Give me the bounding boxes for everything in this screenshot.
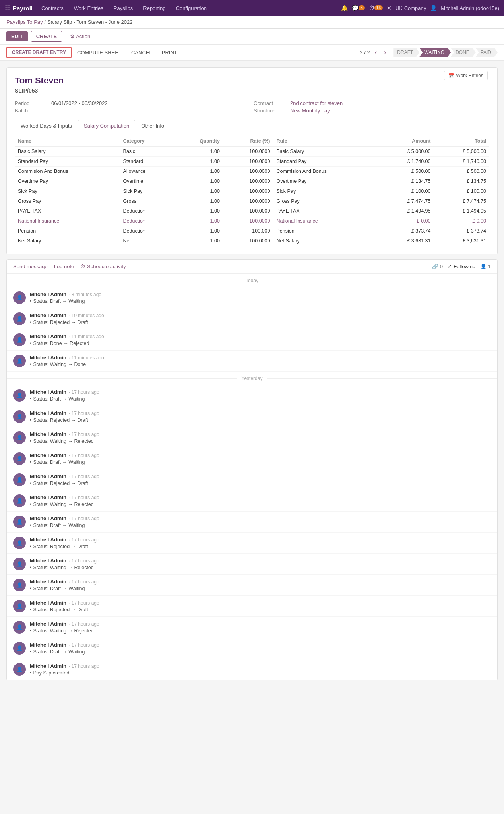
avatar: 👤 xyxy=(13,291,26,304)
status-step-waiting[interactable]: WAITING xyxy=(419,48,451,57)
nav-configuration[interactable]: Configuration xyxy=(174,5,208,11)
log-entry: 👤Mitchell Admin· 17 hours ago•Status: Re… xyxy=(7,533,497,554)
cell-name: Basic Salary xyxy=(15,147,120,157)
log-content: Mitchell Admin· 8 minutes ago•Status: Dr… xyxy=(30,291,491,304)
table-body: Basic SalaryBasic1.00100.0000Basic Salar… xyxy=(15,147,489,246)
next-record-button[interactable]: › xyxy=(382,48,388,57)
log-content: Mitchell Admin· 17 hours ago•Status: Wai… xyxy=(30,431,491,444)
cell-total: £ 134.75 xyxy=(434,176,490,186)
log-author: Mitchell Admin xyxy=(30,431,66,437)
app-brand: ☷ Payroll xyxy=(5,4,33,12)
avatar: 👤 xyxy=(13,431,26,444)
close-icon[interactable]: ✕ xyxy=(387,5,392,11)
slip-header: Tom Steven SLIP/053 xyxy=(15,76,489,94)
create-draft-entry-button[interactable]: CREATE DRAFT ENTRY xyxy=(6,47,72,58)
structure-value[interactable]: New Monthly pay xyxy=(290,108,330,114)
cell-amount: £ 500.00 xyxy=(378,167,434,176)
cell-rule: Overtime Pay xyxy=(273,176,379,186)
compute-sheet-button[interactable]: COMPUTE SHEET xyxy=(73,48,126,58)
log-entry: 👤Mitchell Admin· 17 hours ago•Status: Dr… xyxy=(7,575,497,596)
log-body: •Status: Draft → Waiting xyxy=(30,298,491,304)
cell-quantity: 1.00 xyxy=(174,206,223,216)
log-body: •Status: Done → Rejected xyxy=(30,341,491,346)
log-time: · 17 hours ago xyxy=(69,411,99,416)
cell-quantity: 1.00 xyxy=(174,196,223,206)
cell-amount: £ 3,631.31 xyxy=(378,236,434,246)
log-content: Mitchell Admin· 17 hours ago•Status: Wai… xyxy=(30,621,491,634)
log-header: Mitchell Admin· 17 hours ago xyxy=(30,473,491,479)
edit-button[interactable]: EDIT xyxy=(6,31,28,41)
user-follow-count: 👤 1 xyxy=(480,264,491,269)
log-time: · 17 hours ago xyxy=(69,432,99,437)
log-header: Mitchell Admin· 17 hours ago xyxy=(30,494,491,500)
send-message-button[interactable]: Send message xyxy=(13,264,48,269)
period-label: Period xyxy=(15,100,47,106)
nav-payslips[interactable]: Payslips xyxy=(112,5,134,11)
work-entries-button[interactable]: 📅 Work Entries xyxy=(444,71,488,80)
following-button[interactable]: ✓ Following xyxy=(448,264,475,269)
nav-contracts[interactable]: Contracts xyxy=(40,5,65,11)
cell-rate(%): 100.0000 xyxy=(223,147,273,157)
cell-category: Allowance xyxy=(120,167,174,176)
status-step-paid[interactable]: PAID xyxy=(476,48,498,57)
cell-name[interactable]: National Insurance xyxy=(15,216,120,226)
table-row: Standard PayStandard1.00100.0000Standard… xyxy=(15,157,489,167)
table-row: Commision And BonusAllowance1.00100.0000… xyxy=(15,167,489,176)
chat-icon[interactable]: 💬5 xyxy=(352,5,365,11)
cell-total: £ 500.00 xyxy=(434,167,490,176)
table-row: Net SalaryNet1.00100.0000Net Salary£ 3,6… xyxy=(15,236,489,246)
avatar: 👤 xyxy=(13,389,26,402)
table-row: PAYE TAXDeduction1.00100.0000PAYE TAX£ 1… xyxy=(15,206,489,216)
grid-icon: ☷ xyxy=(5,4,10,12)
log-content: Mitchell Admin· 17 hours ago•Status: Rej… xyxy=(30,473,491,486)
cell-total: £ 7,474.75 xyxy=(434,196,490,206)
breadcrumb-parent[interactable]: Payslips To Pay xyxy=(6,19,43,25)
contract-row: Contract 2nd contract for steven xyxy=(254,100,489,106)
clock-icon[interactable]: ⏱16 xyxy=(369,5,383,11)
log-header: Mitchell Admin· 17 hours ago xyxy=(30,516,491,521)
bell-icon[interactable]: 🔔 xyxy=(341,5,348,11)
log-entry: 👤Mitchell Admin· 8 minutes ago•Status: D… xyxy=(7,287,497,308)
cancel-button[interactable]: CANCEL xyxy=(127,48,156,58)
create-button[interactable]: CREATE xyxy=(31,31,62,42)
log-body: •Status: Waiting → Rejected xyxy=(30,628,491,634)
log-body: •Status: Waiting → Rejected xyxy=(30,565,491,570)
cell-amount: £ 100.00 xyxy=(378,186,434,196)
log-author: Mitchell Admin xyxy=(30,600,66,606)
status-step-draft[interactable]: DRAFT xyxy=(393,48,419,57)
log-entry: 👤Mitchell Admin· 17 hours ago•Status: Wa… xyxy=(7,490,497,512)
log-author: Mitchell Admin xyxy=(30,291,66,297)
log-time: · 8 minutes ago xyxy=(69,292,101,297)
cell-category[interactable]: Deduction xyxy=(120,216,174,226)
log-author: Mitchell Admin xyxy=(30,389,66,395)
nav-reporting[interactable]: Reporting xyxy=(142,5,167,11)
contract-value[interactable]: 2nd contract for steven xyxy=(290,100,343,106)
log-author: Mitchell Admin xyxy=(30,537,66,543)
avatar: 👤 xyxy=(13,579,26,591)
log-content: Mitchell Admin· 17 hours ago•Status: Dra… xyxy=(30,642,491,655)
tab-salary-computation[interactable]: Salary Computation xyxy=(78,120,135,131)
prev-record-button[interactable]: ‹ xyxy=(372,48,379,57)
log-author: Mitchell Admin xyxy=(30,473,66,479)
batch-label: Batch xyxy=(15,108,47,114)
status-step-done[interactable]: DONE xyxy=(451,48,476,57)
action-menu[interactable]: ⚙ Action xyxy=(70,33,90,39)
cell-category: Basic xyxy=(120,147,174,157)
cell-name: Overtime Pay xyxy=(15,176,120,186)
avatar: 👤 xyxy=(13,452,26,465)
tab-other-info[interactable]: Other Info xyxy=(135,120,170,131)
nav-work-entries[interactable]: Work Entries xyxy=(72,5,105,11)
schedule-activity-button[interactable]: ⏱ Schedule activity xyxy=(80,264,126,269)
tab-worked-days-&-inputs[interactable]: Worked Days & Inputs xyxy=(15,120,78,131)
cell-quantity: 1.00 xyxy=(174,236,223,246)
log-time: · 17 hours ago xyxy=(69,621,99,627)
log-header: Mitchell Admin· 17 hours ago xyxy=(30,642,491,648)
calendar-icon: 📅 xyxy=(448,73,454,78)
log-note-button[interactable]: Log note xyxy=(54,264,74,269)
log-author: Mitchell Admin xyxy=(30,558,66,564)
log-body: •Status: Draft → Waiting xyxy=(30,523,491,528)
chatter-toolbar: Send message Log note ⏱ Schedule activit… xyxy=(7,260,497,274)
log-time: · 17 hours ago xyxy=(69,600,99,606)
top-navigation: ☷ Payroll Contracts Work Entries Payslip… xyxy=(0,0,504,16)
print-button[interactable]: PRINT xyxy=(158,48,181,58)
